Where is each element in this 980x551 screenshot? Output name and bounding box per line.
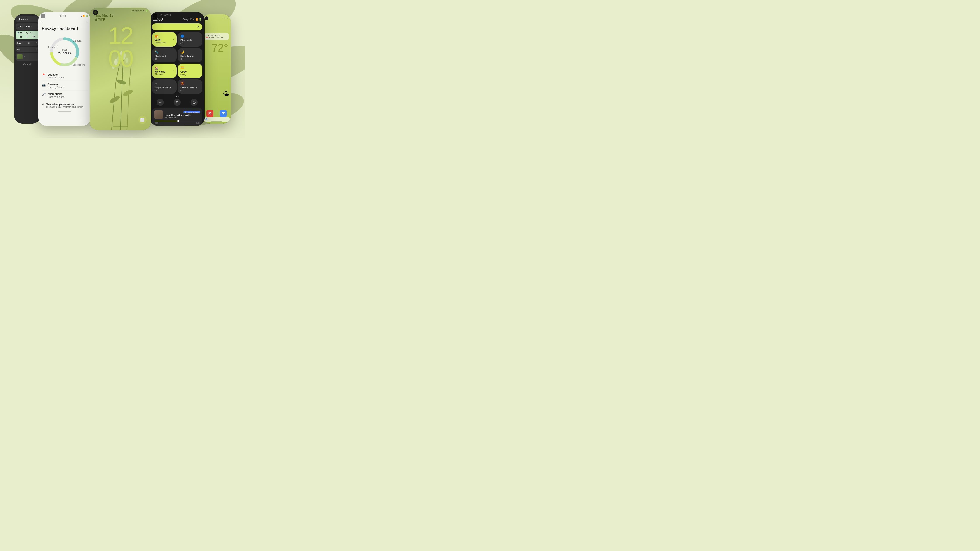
phone-4: Tue, May 18 12:00 Google Fi ▲ 📶 🔋 ☀ (150, 12, 205, 126)
media-time-current: 2:20 (155, 122, 158, 124)
phone5-gmail-icon[interactable]: M (207, 110, 213, 117)
phone1-darktheme-label: Dark theme (18, 25, 30, 28)
media-controls: ↺ ⏮ ⏸ ⏭ ↻ (154, 124, 200, 126)
media-forward-btn[interactable]: ↻ (194, 125, 197, 126)
phone2-nav-pill (58, 111, 71, 112)
media-info: 💻 Phone Speaker Heart Storm (feat. NAO) … (165, 111, 200, 119)
phone1-clear-all[interactable]: Clear all (16, 62, 39, 67)
phone1-notif-3[interactable]: ∨ (16, 53, 39, 61)
phone4-brightness-slider[interactable]: ☀ (152, 24, 202, 30)
phone4-dnd-tile[interactable]: 🔕 Do not disturb Off (178, 79, 202, 94)
phone5-time-status: 12:00 (223, 17, 228, 19)
phone1-prev-btn[interactable]: ⏮ (19, 35, 22, 38)
wifi-icon: ▲ (80, 15, 82, 17)
phone4-battery-icon: 🔋 (199, 18, 202, 21)
phone3-date-weather: Tue, May 18 🌤 76°F (90, 13, 151, 22)
phone3-content: Google Fi ▲ 🔋 Tue, May 18 🌤 76°F 12 (90, 8, 151, 76)
media-album-art (154, 110, 163, 119)
phone1-next-btn[interactable]: ⏭ (33, 35, 36, 38)
svg-text:Microphone: Microphone (73, 64, 86, 66)
phone4-wifi-tile[interactable]: 📶 Wi-Fi GoogleGuest › (152, 32, 177, 46)
gpay-qs-icon: 💳 (180, 66, 200, 69)
phone-1: Bluetooth Dark theme 💻 Phone Speaker ⏮ ⏸… (14, 14, 40, 124)
media-replay-btn[interactable]: ↺ (157, 125, 160, 126)
phone4-myhome-tile[interactable]: 🏠 My Home 6 Devices › (152, 64, 177, 78)
phone4-date: Tue, May 18 (159, 14, 170, 16)
phone3-camera (93, 10, 98, 15)
media-play-btn[interactable]: ⏸ (175, 125, 179, 126)
svg-text:Camera: Camera (73, 39, 81, 42)
phone2-location-item[interactable]: 📍 Location Used by 7 apps (42, 71, 87, 81)
phone4-signal-icon: ▲ (193, 18, 195, 21)
home-arrow-icon: › (173, 70, 174, 72)
phone3-bottom-button[interactable]: ⬜ (138, 116, 146, 124)
phone3-home-btn[interactable]: ⬜ (138, 116, 146, 124)
phone2-time: 12:00 (60, 15, 66, 17)
phone-2: 12:00 ▲ 📶 🔋 ← ⋮ Privacy dashboard (38, 12, 91, 126)
svg-text:24 hours: 24 hours (58, 51, 71, 55)
phone2-nav-bar (38, 110, 91, 113)
media-progress: 2:20 3:32 (154, 121, 200, 124)
media-next-btn[interactable]: ⏭ (185, 125, 189, 126)
expand-icon: ∨ (42, 103, 44, 106)
phone4-gpay-tile[interactable]: 💳 GPay Ready (178, 64, 202, 78)
media-top-row: 💻 Phone Speaker Heart Storm (feat. NAO) … (154, 110, 200, 119)
phone4-bluetooth-tile[interactable]: 🔵 Bluetooth Off (178, 32, 202, 46)
phone4-status-row2: 12:00 Google Fi ▲ 📶 🔋 (150, 17, 205, 22)
camera-icon: 📷 (42, 83, 46, 87)
phone5-weather-icon: 🌤 (223, 90, 229, 97)
speaker-icon: 💻 (185, 111, 186, 113)
qs-dot-2 (178, 96, 179, 97)
media-title: Heart Storm (feat. NAO) (165, 114, 200, 116)
phone1-darktheme-tile[interactable]: Dark theme (16, 24, 39, 30)
phones-container: Bluetooth Dark theme 💻 Phone Speaker ⏮ ⏸… (0, 0, 245, 138)
qs-dot-1 (176, 96, 177, 97)
phone4-darktheme-tile[interactable]: 🌙 Dark theme Off (178, 48, 202, 62)
phone3-time: 12 00 (90, 22, 151, 76)
phone5-nav-pill (211, 121, 222, 122)
media-source-row: 💻 Phone Speaker (165, 111, 200, 113)
phone4-settings-btn[interactable]: ⚙ (174, 99, 181, 106)
phone1-bluetooth-tile[interactable]: Bluetooth (16, 16, 39, 22)
phone2-back-button[interactable]: ← (41, 20, 44, 24)
phone3-date: Tue, May 18 (94, 14, 146, 17)
phone2-avatar (41, 14, 45, 18)
phone5-app-icons: M 🗺 (202, 110, 231, 117)
phone2-camera-item[interactable]: 📷 Camera Used by 5 apps (42, 81, 87, 91)
progress-thumb (177, 120, 179, 122)
phone2-privacy-items: 📍 Location Used by 7 apps 📷 Camera Used … (38, 70, 91, 101)
phone1-media-badge: 💻 Phone Speaker ⏮ ⏸ ⏭ (16, 31, 39, 39)
phone1-notif-1[interactable]: here! 2 ∨ (16, 41, 39, 46)
phone5-maps-icon[interactable]: 🗺 (220, 110, 227, 117)
privacy-chart-svg: Past 24 hours Location Camera Microphone (43, 33, 86, 68)
phone2-chart: Past 24 hours Location Camera Microphone (43, 33, 86, 69)
phone3-carrier: Google Fi (132, 10, 142, 12)
phone3-nav-bar (90, 124, 151, 129)
phone4-flashlight-tile[interactable]: 🔦 Flashlight Off (152, 48, 177, 62)
phone5-nav-bar (202, 120, 231, 124)
phone5-event-time: 📅 12:30 - 1:00 PM (206, 37, 227, 39)
wifi-arrow-icon: › (173, 38, 174, 41)
phone1-notif-2[interactable]: n: 0 ∨ (16, 47, 39, 52)
phone4-carrier: Google Fi (183, 18, 192, 21)
progress-fill (155, 121, 179, 121)
battery-icon: 🔋 (86, 15, 88, 17)
phone3-weather: 🌤 76°F (94, 17, 146, 21)
phone4-power-btn[interactable]: ⏻ (191, 99, 197, 106)
phone1-play-btn[interactable]: ⏸ (26, 35, 29, 38)
phone3-battery-icon: 🔋 (145, 10, 148, 12)
flashlight-qs-icon: 🔦 (155, 50, 174, 54)
media-time-total: 3:32 (196, 122, 200, 124)
phone4-carrier-area: Google Fi ▲ 📶 🔋 (183, 18, 202, 21)
phone2-see-other[interactable]: ∨ See other permissions Files and media,… (38, 101, 91, 110)
location-icon: 📍 (42, 73, 46, 77)
media-prev-btn[interactable]: ⏮ (166, 125, 169, 126)
weather-icon: 🌤 (94, 17, 97, 21)
phone4-edit-btn[interactable]: ✏ (157, 99, 164, 106)
phone1-bluetooth-label: Bluetooth (18, 18, 28, 20)
phone2-more-button[interactable]: ⋮ (85, 20, 88, 24)
phone2-microphone-item[interactable]: 🎤 Microphone Used by 6 apps (42, 91, 87, 100)
phone4-airplane-tile[interactable]: ✈ Airplane mode Off (152, 79, 177, 94)
progress-bar[interactable] (155, 121, 200, 121)
svg-text:Past: Past (62, 48, 67, 51)
